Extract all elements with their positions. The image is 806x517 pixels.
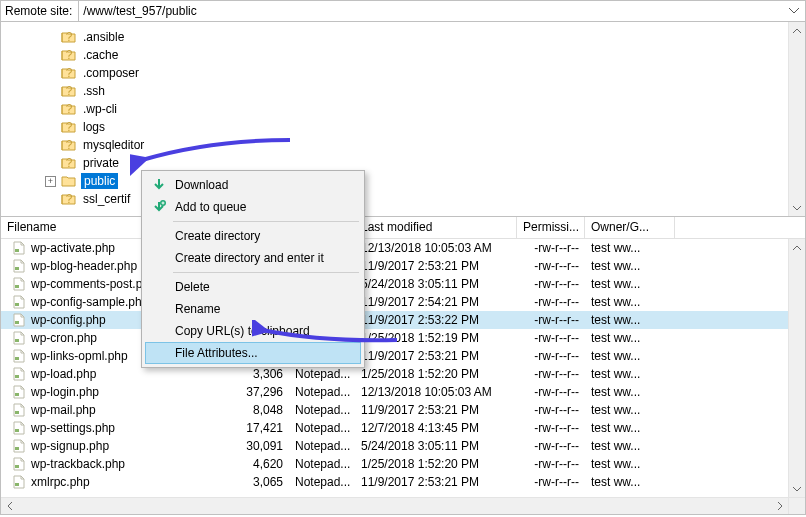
php-file-icon — [11, 385, 27, 399]
svg-rect-10 — [15, 267, 19, 270]
php-file-icon — [11, 475, 27, 489]
file-row[interactable]: wp-links-opml.php2,422Notepad...11/9/201… — [1, 347, 805, 365]
remote-path-combo[interactable]: /www/test_957/public — [78, 1, 805, 21]
tree-item[interactable]: ?.ansible — [1, 28, 805, 46]
folder-icon — [61, 174, 77, 188]
php-file-icon — [11, 349, 27, 363]
scroll-left-icon[interactable] — [1, 498, 18, 514]
file-row[interactable]: wp-activate.phpad...12/13/2018 10:05:03 … — [1, 239, 805, 257]
scroll-corner — [788, 497, 805, 514]
scroll-right-icon[interactable] — [771, 498, 788, 514]
tree-item[interactable]: ?ssl_certif — [1, 190, 805, 208]
file-row[interactable]: wp-signup.php30,091Notepad...5/24/2018 3… — [1, 437, 805, 455]
file-type: Notepad... — [289, 421, 355, 435]
tree-item[interactable]: +public — [1, 172, 805, 190]
file-modified: 11/9/2017 2:54:21 PM — [355, 295, 517, 309]
scroll-up-icon[interactable] — [789, 239, 805, 256]
expand-toggle-icon[interactable]: + — [45, 176, 56, 187]
file-name: wp-blog-header.php — [31, 259, 137, 273]
file-owner: test ww... — [585, 295, 657, 309]
ctx-rename[interactable]: Rename — [145, 298, 361, 320]
file-row[interactable]: wp-comments-post.phad...5/24/2018 3:05:1… — [1, 275, 805, 293]
file-size: 3,306 — [223, 367, 289, 381]
ctx-create-dir-enter[interactable]: Create directory and enter it — [145, 247, 361, 269]
php-file-icon — [11, 295, 27, 309]
svg-text:?: ? — [66, 30, 73, 44]
svg-rect-14 — [15, 339, 19, 342]
col-permissions[interactable]: Permissi... — [517, 217, 585, 238]
file-row[interactable]: xmlrpc.php3,065Notepad...11/9/2017 2:53:… — [1, 473, 805, 491]
tree-item-label: .ansible — [81, 30, 126, 44]
file-row[interactable]: wp-settings.php17,421Notepad...12/7/2018… — [1, 419, 805, 437]
file-name: wp-load.php — [31, 367, 96, 381]
tree-item[interactable]: ?mysqleditor — [1, 136, 805, 154]
file-permissions: -rw-r--r-- — [517, 313, 585, 327]
file-row[interactable]: wp-cron.php3,000Notepad1/25/2018 1:52:19… — [1, 329, 805, 347]
file-modified: 11/9/2017 2:53:22 PM — [355, 313, 517, 327]
file-modified: 12/7/2018 4:13:45 PM — [355, 421, 517, 435]
file-row[interactable]: wp-mail.php8,048Notepad...11/9/2017 2:53… — [1, 401, 805, 419]
col-modified[interactable]: Last modified — [355, 217, 517, 238]
file-row[interactable]: wp-trackback.php4,620Notepad...1/25/2018… — [1, 455, 805, 473]
file-permissions: -rw-r--r-- — [517, 439, 585, 453]
folder-unknown-icon: ? — [61, 102, 77, 116]
scroll-down-icon[interactable] — [789, 199, 805, 216]
file-name: xmlrpc.php — [31, 475, 90, 489]
file-modified: 11/9/2017 2:53:21 PM — [355, 259, 517, 273]
tree-item[interactable]: ?.ssh — [1, 82, 805, 100]
file-type: Notepad... — [289, 367, 355, 381]
svg-text:?: ? — [66, 192, 73, 206]
file-list-header[interactable]: Filename e Last modified Permissi... Own… — [1, 217, 805, 239]
svg-rect-18 — [15, 411, 19, 414]
ctx-create-dir[interactable]: Create directory — [145, 225, 361, 247]
tree-item[interactable]: ?.cache — [1, 46, 805, 64]
tree-item[interactable]: ?.wp-cli — [1, 100, 805, 118]
scroll-up-icon[interactable] — [789, 22, 805, 39]
tree-item-label: .cache — [81, 48, 120, 62]
file-name: wp-login.php — [31, 385, 99, 399]
scroll-down-icon[interactable] — [789, 480, 805, 497]
tree-item[interactable]: ?private — [1, 154, 805, 172]
file-row[interactable]: wp-config-sample.phpad...11/9/2017 2:54:… — [1, 293, 805, 311]
ctx-download[interactable]: Download — [145, 174, 361, 196]
ctx-create-dir-label: Create directory — [175, 229, 260, 243]
file-row[interactable]: wp-load.php3,306Notepad...1/25/2018 1:52… — [1, 365, 805, 383]
file-row[interactable]: wp-config.phpad...11/9/2017 2:53:22 PM-r… — [1, 311, 805, 329]
file-row[interactable]: wp-login.php37,296Notepad...12/13/2018 1… — [1, 383, 805, 401]
ctx-separator — [173, 272, 359, 273]
svg-rect-21 — [15, 465, 19, 468]
ctx-file-attributes[interactable]: File Attributes... — [145, 342, 361, 364]
file-modified: 1/25/2018 1:52:20 PM — [355, 457, 517, 471]
php-file-icon — [11, 367, 27, 381]
tree-item[interactable]: ?.composer — [1, 64, 805, 82]
chevron-down-icon[interactable] — [787, 4, 801, 18]
tree-item-label: private — [81, 156, 121, 170]
ctx-delete-label: Delete — [175, 280, 210, 294]
file-owner: test ww... — [585, 331, 657, 345]
tree-item-label: ssl_certif — [81, 192, 132, 206]
file-modified: 1/25/2018 1:52:20 PM — [355, 367, 517, 381]
tree-item-label: .wp-cli — [81, 102, 119, 116]
php-file-icon — [11, 277, 27, 291]
tree-scrollbar[interactable] — [788, 22, 805, 216]
ctx-delete[interactable]: Delete — [145, 276, 361, 298]
file-permissions: -rw-r--r-- — [517, 349, 585, 363]
folder-unknown-icon: ? — [61, 84, 77, 98]
col-owner[interactable]: Owner/G... — [585, 217, 675, 238]
list-vscrollbar[interactable] — [788, 239, 805, 497]
list-hscrollbar[interactable] — [1, 497, 788, 514]
php-file-icon — [11, 403, 27, 417]
ctx-copy-url[interactable]: Copy URL(s) to clipboard — [145, 320, 361, 342]
folder-unknown-icon: ? — [61, 30, 77, 44]
ctx-rename-label: Rename — [175, 302, 220, 316]
php-file-icon — [11, 457, 27, 471]
file-type: Notepad... — [289, 457, 355, 471]
file-name: wp-config.php — [31, 313, 106, 327]
svg-rect-13 — [15, 321, 19, 324]
tree-item-label: public — [81, 173, 118, 189]
file-modified: 12/13/2018 10:05:03 AM — [355, 385, 517, 399]
ctx-add-queue[interactable]: Add to queue — [145, 196, 361, 218]
tree-item[interactable]: ?logs — [1, 118, 805, 136]
file-row[interactable]: wp-blog-header.phpad...11/9/2017 2:53:21… — [1, 257, 805, 275]
ctx-add-queue-label: Add to queue — [175, 200, 246, 214]
